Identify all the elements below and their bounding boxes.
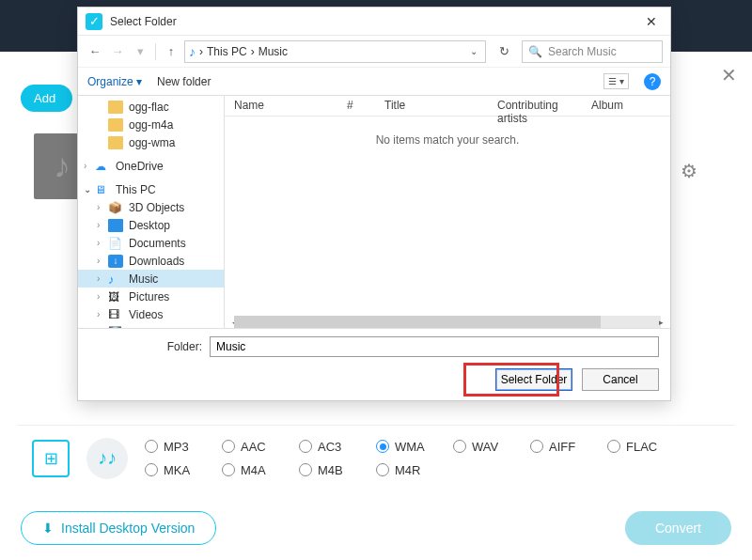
folder-icon [108,101,123,114]
format-m4r[interactable]: M4R [376,463,453,477]
format-wma[interactable]: WMA [376,440,453,454]
radio-icon [299,440,312,453]
tree-item-ogg-wma[interactable]: ogg-wma [78,133,224,151]
audio-icon[interactable]: ♪♪ [86,438,128,479]
install-label: Install Desktop Version [61,521,195,536]
down-icon [108,255,123,268]
music-icon [108,272,123,286]
scroll-right-icon[interactable]: ▸ [655,316,666,328]
format-mka[interactable]: MKA [145,463,222,477]
tree-item-label: This PC [116,183,156,196]
chevron-icon[interactable]: › [84,161,93,171]
chevron-icon[interactable]: › [97,291,106,302]
tree-item-videos[interactable]: ›Videos [78,305,224,323]
format-m4b[interactable]: M4B [299,463,376,477]
radio-icon [530,440,543,453]
search-input[interactable]: 🔍 Search Music [522,40,663,63]
format-m4a[interactable]: M4A [222,463,299,477]
organize-menu[interactable]: Organize ▾ [87,75,142,88]
column-album[interactable]: Album [582,96,670,116]
desk-icon [108,219,123,232]
tree-item-desktop[interactable]: ›Desktop [78,216,224,234]
install-desktop-button[interactable]: ⬇ Install Desktop Version [21,511,216,545]
tree-item-ogg-m4a[interactable]: ogg-m4a [78,116,224,133]
convert-button[interactable]: Convert [625,511,731,545]
scrollbar-thumb[interactable] [234,316,601,328]
format-options: MP3AACAC3WMAWAVAIFFFLACMKAM4AM4BM4R [145,440,657,477]
cloud-icon [95,160,110,173]
address-bar[interactable]: ♪ › This PC › Music ⌄ [184,40,486,63]
toolbar: Organize ▾ New folder ☰ ▾ ? [78,68,670,96]
format-label: FLAC [626,440,657,454]
format-ac3[interactable]: AC3 [299,440,376,454]
tree-item-label: Music [129,272,158,286]
radio-icon [376,463,389,476]
folder-tree[interactable]: ogg-flacogg-m4aogg-wma›OneDrive⌄This PC›… [78,96,225,328]
music-note-icon: ♪ [54,147,70,186]
help-icon[interactable]: ? [644,73,661,90]
format-label: M4R [395,463,420,477]
tree-item-this-pc[interactable]: ⌄This PC [78,180,224,198]
tree-item-documents[interactable]: ›Documents [78,234,224,252]
tree-item-onedrive[interactable]: ›OneDrive [78,157,224,175]
chevron-icon[interactable]: › [97,202,106,212]
video-icon[interactable]: ⊞ [32,440,70,477]
chevron-icon[interactable]: › [97,256,106,266]
path-dropdown-icon[interactable]: ⌄ [466,46,481,56]
folder-icon [108,136,123,149]
chevron-icon[interactable]: › [97,309,106,319]
select-folder-button[interactable]: Select Folder [495,368,572,391]
file-list[interactable]: Name # Title Contributing artists Album … [225,96,670,328]
cancel-button[interactable]: Cancel [582,368,659,391]
column-name[interactable]: Name [225,96,337,116]
refresh-icon[interactable]: ↻ [494,41,514,62]
format-aac[interactable]: AAC [222,440,299,454]
format-wav[interactable]: WAV [453,440,530,454]
column-number[interactable]: # [337,96,375,116]
nav-forward-icon[interactable]: → [108,42,127,61]
folder-input[interactable] [210,336,659,357]
format-flac[interactable]: FLAC [607,440,657,454]
dialog-close-icon[interactable]: ✕ [640,14,663,29]
close-icon[interactable]: ✕ [721,64,737,86]
tree-item-3d-objects[interactable]: ›3D Objects [78,198,224,216]
column-artists[interactable]: Contributing artists [488,96,582,116]
add-button[interactable]: Add [21,85,72,112]
navbar: ← → ▾ ↑ ♪ › This PC › Music ⌄ ↻ 🔍 Search… [78,36,670,68]
radio-icon [145,440,158,453]
new-folder-button[interactable]: New folder [157,75,211,88]
gear-icon[interactable]: ⚙ [681,160,697,182]
format-label: WMA [395,440,425,454]
radio-icon [376,440,389,453]
format-label: M4B [318,463,343,477]
view-mode-button[interactable]: ☰ ▾ [603,73,629,89]
footer-bar: ⬇ Install Desktop Version Convert [21,511,731,545]
format-label: WAV [472,440,498,454]
column-title[interactable]: Title [375,96,488,116]
music-icon: ♪ [189,44,196,59]
format-aiff[interactable]: AIFF [530,440,607,454]
doc-icon [108,237,123,250]
nav-back-icon[interactable]: ← [86,42,104,61]
chevron-down-icon[interactable]: ▾ [131,42,149,61]
path-segment[interactable]: Music [258,45,288,58]
tree-item-downloads[interactable]: ›Downloads [78,252,224,270]
nav-up-icon[interactable]: ↑ [162,42,180,61]
chevron-icon[interactable]: › [97,238,106,248]
dialog-footer: Folder: Select Folder Cancel [78,328,670,400]
obj-icon [108,201,123,214]
pic-icon [108,290,123,303]
tree-item-label: Desktop [129,219,170,232]
path-segment[interactable]: This PC [207,45,247,58]
tree-item-pictures[interactable]: ›Pictures [78,288,224,305]
tree-item-ogg-flac[interactable]: ogg-flac [78,98,224,116]
chevron-icon[interactable]: › [97,273,106,284]
chevron-icon[interactable]: ⌄ [84,184,93,194]
format-label: MP3 [164,440,189,454]
horizontal-scrollbar[interactable]: ◂ ▸ [234,316,661,328]
chevron-icon[interactable]: › [97,220,106,230]
format-label: AIFF [549,440,575,454]
tree-item-music[interactable]: ›Music [78,270,224,288]
column-headers[interactable]: Name # Title Contributing artists Album [225,96,670,117]
format-mp3[interactable]: MP3 [145,440,222,454]
